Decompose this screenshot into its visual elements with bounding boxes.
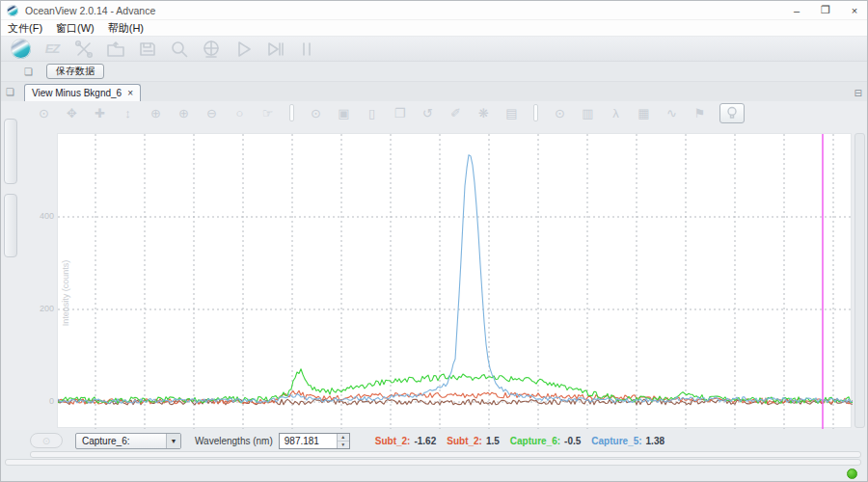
- chevron-down-icon[interactable]: ▼: [166, 434, 180, 448]
- toolbar-separator: [289, 104, 294, 121]
- readout-value: 1.5: [486, 436, 500, 446]
- copy-data-icon[interactable]: ❐: [386, 103, 414, 122]
- scale-view-icon[interactable]: ⊙: [546, 103, 574, 122]
- maximize-button[interactable]: ❐: [811, 1, 840, 19]
- undo-icon[interactable]: ↺: [414, 103, 442, 122]
- menu-file[interactable]: 文件(F): [1, 21, 49, 36]
- window-title: OceanView 2.0.14 - Advance: [25, 5, 155, 16]
- wavelength-input[interactable]: 987.181: [280, 434, 337, 448]
- table-view-icon[interactable]: ▦: [630, 103, 658, 122]
- readout-label: Capture_5:: [591, 436, 641, 446]
- wavelength-label: Wavelengths (nm): [195, 436, 273, 446]
- series-readout: Subt_2:1.5: [447, 436, 500, 446]
- save-icon[interactable]: [136, 38, 159, 61]
- autoscale-icon[interactable]: ⊙: [30, 103, 58, 122]
- print-icon[interactable]: ▤: [498, 103, 526, 122]
- dock-strip-inner: [30, 451, 861, 458]
- status-control-bar: ⊙ Capture_6: ▼ Wavelengths (nm) 987.181 …: [1, 430, 868, 451]
- chart-panel: ⊙✥✚↕⊕⊕⊖○☞⊙▣▯❐↺✐❋▤⊙▥λ▦∿⚑ Intensity (count…: [1, 101, 868, 430]
- search-device-icon[interactable]: [168, 38, 191, 61]
- main-toolbar: EZ: [1, 37, 868, 62]
- lamp-button[interactable]: [719, 103, 745, 123]
- pause-icon[interactable]: [295, 38, 318, 61]
- annotate-icon[interactable]: ✐: [442, 103, 470, 122]
- tab-close-icon[interactable]: ×: [127, 88, 133, 98]
- peak-marker-icon[interactable]: λ: [602, 103, 630, 122]
- oceanview-logo-icon[interactable]: [9, 38, 32, 61]
- series-readouts: Subt_2:-1.62Subt_2:1.5Capture_6:-0.5Capt…: [375, 436, 665, 446]
- delete-trace-icon[interactable]: ▯: [358, 103, 386, 122]
- source-select[interactable]: Capture_6: ▼: [75, 433, 181, 449]
- snapshot-icon[interactable]: ▣: [330, 103, 358, 122]
- dock-strip-outer: [5, 459, 861, 466]
- y-tick-label: 200: [29, 304, 54, 313]
- trace-capture_5: [58, 155, 853, 404]
- readout-value: -0.5: [564, 436, 581, 446]
- trace-toggle-button[interactable]: ⊙: [30, 433, 63, 448]
- save-data-bar: ❏ 保存数据: [1, 62, 868, 82]
- spectrum-plot[interactable]: Intensity (counts) Wavelength (nm): [57, 133, 852, 428]
- open-file-icon[interactable]: [104, 38, 127, 61]
- readout-label: Subt_2:: [375, 436, 411, 446]
- play-icon[interactable]: [231, 38, 255, 61]
- series-readout: Subt_2:-1.62: [375, 436, 436, 446]
- tab-view-minus-bkgnd[interactable]: View Minus Bkgnd_6 ×: [24, 84, 141, 101]
- pointer-icon[interactable]: ☞: [254, 103, 282, 122]
- tab-label: View Minus Bkgnd_6: [32, 88, 122, 98]
- dock-window-icon: ❏: [6, 87, 14, 97]
- side-tab-controls[interactable]: [4, 194, 17, 257]
- histogram-icon[interactable]: ▥: [574, 103, 602, 122]
- close-button[interactable]: ×: [840, 1, 868, 19]
- tools-icon[interactable]: [72, 38, 95, 61]
- spin-up-icon[interactable]: ▲: [338, 434, 349, 442]
- ez-mode-icon[interactable]: EZ: [41, 38, 64, 61]
- series-readout: Capture_5:1.38: [591, 436, 665, 446]
- zoom-out-icon[interactable]: ⊖: [198, 103, 226, 122]
- zoom-in-icon[interactable]: ⊕: [170, 103, 198, 122]
- panel-layout-icon[interactable]: ⊟: [854, 88, 862, 98]
- overlay-spectra-icon[interactable]: ⊙: [302, 103, 330, 122]
- zoom-reset-icon[interactable]: ○: [226, 103, 254, 122]
- peak-finding-icon[interactable]: ∿: [658, 103, 686, 122]
- trace-options-icon[interactable]: ❋: [470, 103, 498, 122]
- readout-label: Capture_6:: [510, 436, 560, 446]
- save-data-button[interactable]: 保存数据: [46, 64, 104, 79]
- menu-bar: 文件(F) 窗口(W) 帮助(H): [1, 20, 868, 37]
- pan-icon[interactable]: ✥: [58, 103, 86, 122]
- series-readout: Capture_6:-0.5: [510, 436, 581, 446]
- toolbar-separator: [533, 104, 538, 121]
- dock-window-icon: ❏: [24, 67, 33, 77]
- y-tick-label: 400: [29, 211, 54, 221]
- zoom-region-icon[interactable]: ⊕: [142, 103, 170, 122]
- wavelength-spinner[interactable]: 987.181 ▲ ▼: [279, 433, 350, 449]
- title-bar: OceanView 2.0.14 - Advance – ❐ ×: [1, 1, 868, 20]
- readout-value: 1.38: [646, 436, 665, 446]
- chart-toolbar: ⊙✥✚↕⊕⊕⊖○☞⊙▣▯❐↺✐❋▤⊙▥λ▦∿⚑: [30, 102, 745, 123]
- spin-down-icon[interactable]: ▼: [338, 442, 349, 448]
- minimize-button[interactable]: –: [782, 1, 811, 19]
- y-tick-label: 0: [29, 396, 54, 406]
- oceanview-window: OceanView 2.0.14 - Advance – ❐ × 文件(F) 窗…: [0, 0, 868, 482]
- crosshair-icon[interactable]: ✚: [86, 103, 114, 122]
- step-icon[interactable]: [263, 38, 286, 61]
- readout-label: Subt_2:: [447, 436, 482, 446]
- acquisition-status-icon: [847, 469, 857, 479]
- plot-scrollbar: [854, 133, 865, 428]
- menu-help[interactable]: 帮助(H): [101, 21, 150, 36]
- vertical-scale-icon[interactable]: ↕: [114, 103, 142, 122]
- spectrometer-icon[interactable]: [200, 38, 223, 61]
- side-tab-graph[interactable]: [4, 119, 17, 184]
- readout-value: -1.62: [414, 436, 436, 446]
- oceanview-logo-icon: [7, 5, 18, 16]
- flag-icon[interactable]: ⚑: [686, 103, 714, 122]
- tab-row: ❏ View Minus Bkgnd_6 × ⊟: [1, 82, 868, 101]
- menu-window[interactable]: 窗口(W): [49, 21, 101, 36]
